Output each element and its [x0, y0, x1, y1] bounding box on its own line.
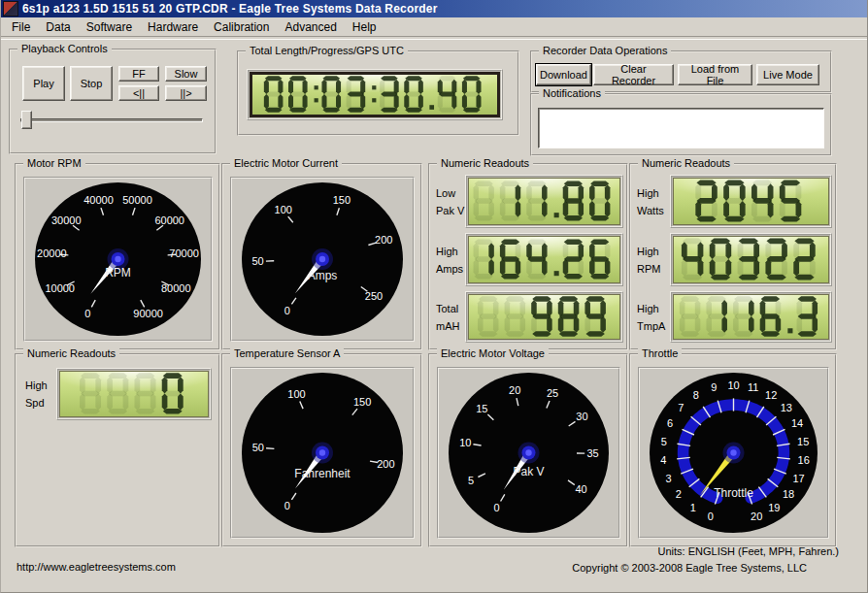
throttle-group: Throttle 0123456789101112131415161718192… [629, 353, 837, 547]
menu-bar: File Data Software Hardware Calibration … [1, 17, 867, 36]
numeric-readouts-mid-group: Numeric Readouts Low Pak V High Amps Tot… [428, 163, 628, 350]
readout-total-mah: Total mAH [433, 291, 623, 343]
svg-text:17: 17 [792, 473, 804, 484]
menu-advanced[interactable]: Advanced [277, 18, 344, 36]
temp-sensor-a-gauge: 050100150200Fahrenheit [232, 369, 413, 537]
readout-low-pak-v: Low Pak V [433, 175, 623, 228]
readout-high-spd-label: High Spd [25, 368, 58, 420]
svg-text:50000: 50000 [122, 194, 152, 206]
readout-high-amps-label: High Amps [436, 233, 469, 286]
motor-current-title: Electric Motor Current [230, 156, 342, 171]
menu-help[interactable]: Help [345, 18, 384, 36]
svg-text:14: 14 [791, 417, 803, 429]
readout-high-watts-label: High Watts [637, 175, 670, 228]
motor-voltage-gauge: 0510152025303540Pak V [439, 369, 618, 537]
notifications-box[interactable] [538, 108, 824, 148]
playback-slider-track[interactable] [20, 118, 203, 122]
play-button[interactable]: Play [22, 66, 65, 101]
svg-text:10: 10 [727, 379, 739, 391]
readout-high-tmpa: High TmpA [634, 291, 832, 343]
svg-text:25: 25 [547, 387, 558, 399]
svg-text:19: 19 [768, 502, 780, 513]
motor-current-gauge: 050100150200250Amps [232, 179, 413, 340]
clear-recorder-button[interactable]: Clear Recorder [593, 64, 674, 85]
svg-text:11: 11 [748, 381, 758, 393]
app-window: 6s1p a123 1.5D 1515 51 20 GTP.CDR - Eagl… [0, 0, 868, 593]
svg-text:30: 30 [576, 411, 587, 422]
svg-text:Fahrenheit: Fahrenheit [294, 467, 351, 480]
svg-text:6: 6 [667, 417, 673, 429]
total-mah-display [468, 294, 620, 340]
motor-voltage-title: Electric Motor Voltage [437, 346, 549, 361]
total-length-display-frame [247, 69, 503, 120]
app-icon[interactable] [3, 1, 18, 16]
title-bar: 6s1p a123 1.5D 1515 51 20 GTP.CDR - Eagl… [1, 0, 867, 17]
website-link[interactable]: http://www.eagletreesystems.com [17, 561, 176, 573]
notifications-group: Notifications [530, 93, 832, 156]
svg-text:80000: 80000 [161, 282, 191, 294]
svg-text:7: 7 [678, 402, 684, 413]
readout-high-rpm-label: High RPM [637, 233, 670, 286]
readout-high-spd: High Spd [19, 368, 216, 420]
svg-text:15: 15 [797, 436, 809, 447]
window-title: 6s1p a123 1.5D 1515 51 20 GTP.CDR - Eagl… [22, 2, 438, 16]
stop-button[interactable]: Stop [70, 66, 113, 101]
high-amps-display [468, 236, 620, 283]
svg-text:20: 20 [751, 511, 762, 522]
svg-text:50: 50 [252, 442, 264, 453]
svg-text:Pak V: Pak V [513, 465, 544, 478]
svg-text:5: 5 [468, 475, 474, 486]
temp-sensor-a-group: Temperature Sensor A 050100150200Fahrenh… [221, 353, 422, 547]
menu-software[interactable]: Software [79, 18, 140, 36]
svg-text:18: 18 [783, 488, 794, 500]
svg-text:9: 9 [711, 381, 717, 393]
temp-sensor-a-panel: 050100150200Fahrenheit [230, 367, 415, 539]
throttle-title: Throttle [638, 346, 682, 361]
svg-text:0: 0 [284, 305, 290, 316]
numeric-readouts-spd-group: Numeric Readouts High Spd [15, 353, 220, 547]
load-from-file-button[interactable]: Load from File [678, 64, 752, 85]
menu-file[interactable]: File [4, 18, 38, 36]
svg-text:100: 100 [275, 204, 292, 215]
svg-text:60000: 60000 [154, 214, 184, 226]
high-rpm-display [673, 236, 829, 283]
total-length-display [250, 72, 500, 117]
motor-rpm-gauge: 0100002000030000400005000060000700008000… [25, 179, 211, 340]
svg-text:1: 1 [690, 502, 696, 513]
menu-calibration[interactable]: Calibration [206, 18, 277, 36]
live-mode-button[interactable]: Live Mode [756, 64, 819, 85]
units-label: Units: ENGLISH (Feet, MPH, Fahren.) [658, 545, 839, 557]
svg-text:150: 150 [333, 194, 351, 206]
motor-rpm-title: Motor RPM [23, 156, 85, 171]
menu-hardware[interactable]: Hardware [140, 18, 206, 36]
step-back-button[interactable]: <|| [118, 85, 159, 101]
svg-text:0: 0 [708, 511, 714, 522]
svg-text:16: 16 [798, 454, 810, 466]
playback-slider-thumb[interactable] [21, 111, 32, 129]
total-length-group: Total Length/Progress/GPS UTC [237, 50, 519, 136]
svg-text:12: 12 [765, 389, 777, 401]
numeric-readouts-spd-title: Numeric Readouts [23, 346, 119, 361]
svg-text:10: 10 [459, 437, 471, 448]
slow-button[interactable]: Slow [165, 66, 207, 82]
temp-sensor-a-title: Temperature Sensor A [230, 346, 344, 361]
menu-data[interactable]: Data [38, 18, 78, 36]
notifications-title: Notifications [539, 86, 605, 101]
svg-text:10000: 10000 [45, 282, 75, 294]
high-tmpa-display [673, 294, 829, 340]
svg-text:150: 150 [353, 396, 371, 408]
svg-text:15: 15 [476, 403, 487, 414]
svg-text:0: 0 [284, 500, 290, 511]
readout-total-mah-label: Total mAH [436, 291, 469, 343]
svg-text:70000: 70000 [169, 247, 199, 259]
svg-text:20000: 20000 [37, 247, 67, 259]
step-forward-button[interactable]: ||> [165, 85, 207, 101]
download-button[interactable]: Download [536, 64, 591, 85]
readout-high-watts: High Watts [634, 175, 832, 228]
fast-forward-button[interactable]: FF [118, 66, 159, 82]
svg-text:3: 3 [665, 473, 671, 484]
svg-text:90000: 90000 [133, 308, 163, 319]
motor-current-group: Electric Motor Current 050100150200250Am… [221, 163, 422, 350]
svg-text:0: 0 [84, 308, 90, 319]
readout-low-pak-v-label: Low Pak V [436, 175, 469, 228]
